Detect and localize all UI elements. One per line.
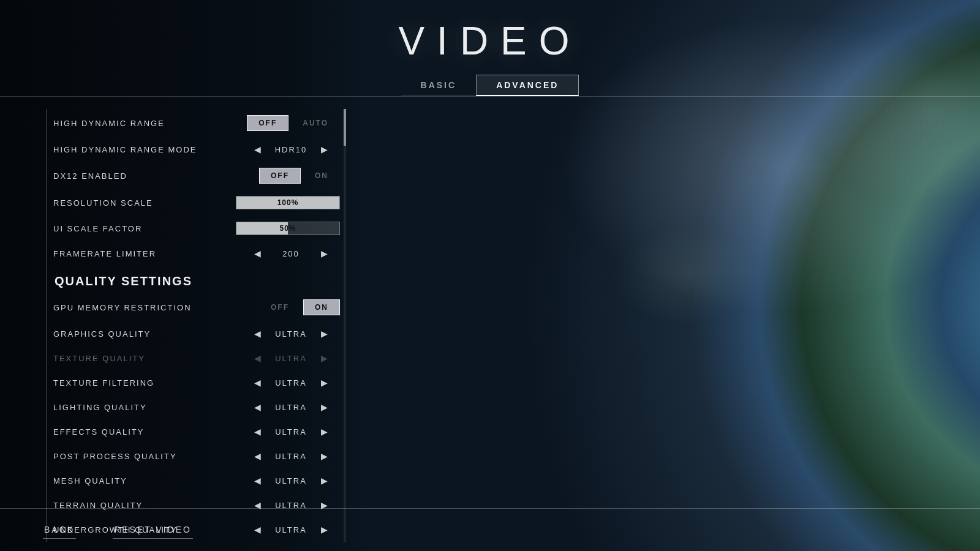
setting-label-post-process: POST PROCESS QUALITY	[53, 452, 242, 461]
arrow-right-hdr-mode[interactable]: ▶	[317, 143, 331, 156]
arrow-right-post-process[interactable]: ▶	[317, 450, 331, 462]
setting-label-dx12: DX12 ENABLED	[53, 171, 259, 181]
toggle-btn-off-gpu[interactable]: OFF	[259, 299, 301, 315]
setting-row-resolution-scale: RESOLUTION SCALE 100%	[46, 190, 340, 216]
slider-ui-scale[interactable]: 50%	[236, 222, 340, 235]
setting-label-effects-quality: EFFECTS QUALITY	[53, 427, 242, 437]
tab-divider	[0, 96, 980, 97]
arrow-right-texture-quality[interactable]: ▶	[317, 352, 331, 364]
page-title: VIDEO	[398, 18, 581, 64]
setting-label-hdr: HIGH DYNAMIC RANGE	[53, 119, 247, 128]
toggle-hdr: OFF AUTO	[247, 115, 340, 131]
toggle-btn-off-dx12[interactable]: OFF	[259, 168, 301, 184]
setting-row-texture-quality: TEXTURE QUALITY ◀ ULTRA ▶	[46, 346, 340, 370]
toggle-gpu-memory: OFF ON	[259, 299, 340, 315]
slider-resolution-scale[interactable]: 100%	[236, 196, 340, 209]
arrow-left-framerate[interactable]: ◀	[251, 247, 265, 260]
setting-row-dx12: DX12 ENABLED OFF ON	[46, 162, 340, 190]
setting-label-ui-scale: UI SCALE FACTOR	[53, 224, 236, 233]
selector-value-hdr-mode: HDR10	[270, 145, 312, 154]
setting-label-mesh-quality: MESH QUALITY	[53, 476, 242, 485]
selector-value-lighting-quality: ULTRA	[270, 403, 312, 412]
arrow-left-effects-quality[interactable]: ◀	[251, 425, 265, 438]
setting-row-high-dynamic-range: HIGH DYNAMIC RANGE OFF AUTO	[46, 109, 340, 137]
setting-label-hdr-mode: HIGH DYNAMIC RANGE MODE	[53, 145, 242, 154]
arrow-selector-lighting-quality: ◀ ULTRA ▶	[242, 401, 340, 413]
bottom-bar: BACK RESET VIDEO	[0, 508, 980, 551]
setting-row-effects-quality: EFFECTS QUALITY ◀ ULTRA ▶	[46, 419, 340, 444]
scrollbar[interactable]	[344, 109, 346, 542]
arrow-selector-texture-filtering: ◀ ULTRA ▶	[242, 377, 340, 389]
arrow-left-mesh-quality[interactable]: ◀	[251, 474, 265, 487]
tab-basic[interactable]: BASIC	[401, 75, 477, 96]
toggle-btn-off-hdr[interactable]: OFF	[247, 115, 288, 131]
arrow-right-texture-filtering[interactable]: ▶	[317, 377, 331, 389]
arrow-selector-graphics-quality: ◀ ULTRA ▶	[242, 328, 340, 340]
toggle-dx12: OFF ON	[259, 168, 340, 184]
arrow-left-lighting-quality[interactable]: ◀	[251, 401, 265, 413]
slider-text-ui-scale: 50%	[279, 224, 296, 233]
selector-value-texture-quality: ULTRA	[270, 354, 312, 363]
setting-row-graphics-quality: GRAPHICS QUALITY ◀ ULTRA ▶	[46, 321, 340, 346]
arrow-selector-texture-quality: ◀ ULTRA ▶	[242, 352, 340, 364]
setting-label-graphics-quality: GRAPHICS QUALITY	[53, 329, 242, 339]
reset-video-button[interactable]: RESET VIDEO	[113, 521, 193, 539]
arrow-right-lighting-quality[interactable]: ▶	[317, 401, 331, 413]
arrow-left-graphics-quality[interactable]: ◀	[251, 328, 265, 340]
arrow-selector-post-process: ◀ ULTRA ▶	[242, 450, 340, 462]
arrow-left-post-process[interactable]: ◀	[251, 450, 265, 462]
settings-panel: HIGH DYNAMIC RANGE OFF AUTO HIGH DYNAMIC…	[46, 109, 340, 542]
selector-value-framerate: 200	[270, 249, 312, 258]
selector-value-texture-filtering: ULTRA	[270, 378, 312, 388]
setting-row-lighting-quality: LIGHTING QUALITY ◀ ULTRA ▶	[46, 395, 340, 419]
arrow-right-mesh-quality[interactable]: ▶	[317, 474, 331, 487]
toggle-btn-on-gpu[interactable]: ON	[303, 299, 340, 315]
setting-label-texture-quality: TEXTURE QUALITY	[53, 354, 242, 363]
slider-text-resolution: 100%	[277, 198, 299, 207]
tab-advanced[interactable]: ADVANCED	[476, 75, 579, 96]
arrow-left-texture-filtering[interactable]: ◀	[251, 377, 265, 389]
setting-row-gpu-memory: GPU MEMORY RESTRICTION OFF ON	[46, 293, 340, 321]
arrow-right-graphics-quality[interactable]: ▶	[317, 328, 331, 340]
toggle-btn-auto-hdr[interactable]: AUTO	[291, 115, 340, 131]
setting-row-hdr-mode: HIGH DYNAMIC RANGE MODE ◀ HDR10 ▶	[46, 137, 340, 162]
section-header-quality: QUALITY SETTINGS	[46, 266, 340, 293]
arrow-selector-framerate: ◀ 200 ▶	[242, 247, 340, 260]
setting-label-texture-filtering: TEXTURE FILTERING	[53, 378, 242, 388]
arrow-right-effects-quality[interactable]: ▶	[317, 425, 331, 438]
setting-label-lighting-quality: LIGHTING QUALITY	[53, 403, 242, 412]
arrow-selector-mesh-quality: ◀ ULTRA ▶	[242, 474, 340, 487]
arrow-left-hdr-mode[interactable]: ◀	[251, 143, 265, 156]
arrow-selector-hdr-mode: ◀ HDR10 ▶	[242, 143, 340, 156]
setting-label-resolution-scale: RESOLUTION SCALE	[53, 198, 236, 208]
toggle-btn-on-dx12[interactable]: ON	[303, 168, 340, 184]
scrollbar-thumb	[344, 109, 346, 146]
setting-row-mesh-quality: MESH QUALITY ◀ ULTRA ▶	[46, 468, 340, 493]
selector-value-effects-quality: ULTRA	[270, 427, 312, 437]
tab-bar: BASIC ADVANCED	[401, 75, 579, 96]
back-button[interactable]: BACK	[43, 521, 76, 539]
arrow-selector-effects-quality: ◀ ULTRA ▶	[242, 425, 340, 438]
arrow-left-texture-quality[interactable]: ◀	[251, 352, 265, 364]
selector-value-mesh-quality: ULTRA	[270, 476, 312, 485]
setting-row-framerate: FRAMERATE LIMITER ◀ 200 ▶	[46, 241, 340, 266]
setting-label-framerate: FRAMERATE LIMITER	[53, 249, 242, 258]
setting-row-ui-scale: UI SCALE FACTOR 50%	[46, 216, 340, 241]
setting-label-gpu-memory: GPU MEMORY RESTRICTION	[53, 303, 259, 312]
arrow-right-framerate[interactable]: ▶	[317, 247, 331, 260]
setting-row-post-process: POST PROCESS QUALITY ◀ ULTRA ▶	[46, 444, 340, 468]
page-content: VIDEO BASIC ADVANCED HIGH DYNAMIC RANGE …	[0, 0, 980, 551]
setting-row-texture-filtering: TEXTURE FILTERING ◀ ULTRA ▶	[46, 370, 340, 395]
selector-value-graphics-quality: ULTRA	[270, 329, 312, 339]
selector-value-post-process: ULTRA	[270, 452, 312, 461]
